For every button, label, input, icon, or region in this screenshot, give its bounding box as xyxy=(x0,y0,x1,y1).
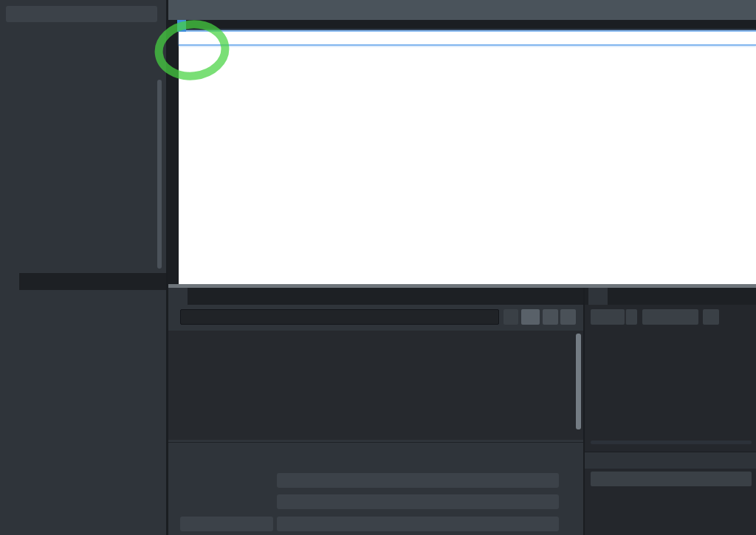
design-canvas-zone xyxy=(168,20,756,284)
tab-overview[interactable] xyxy=(0,273,19,290)
rule-card-partial xyxy=(591,441,752,444)
find-elements-input[interactable] xyxy=(180,309,499,325)
html-tabstrip xyxy=(168,288,583,305)
component-sidebar xyxy=(0,0,168,273)
force-state-button[interactable] xyxy=(642,309,698,325)
find-next-button[interactable] xyxy=(560,309,576,325)
styles-panel xyxy=(583,288,756,535)
create-style-dropdown[interactable] xyxy=(625,309,637,325)
search-input[interactable] xyxy=(6,6,157,22)
styles-tabstrip xyxy=(585,288,756,305)
code-scrollbar[interactable] xyxy=(576,334,581,429)
regex-button[interactable] xyxy=(504,309,518,325)
canvas-toolbar xyxy=(168,0,756,20)
page-canvas[interactable] xyxy=(179,30,756,284)
overview-panel xyxy=(0,273,168,535)
sidebar-scrollbar[interactable] xyxy=(157,80,162,269)
tab-html[interactable] xyxy=(168,288,188,305)
attribute-key-input[interactable] xyxy=(180,517,273,531)
element-toolbar xyxy=(177,20,186,32)
app-window xyxy=(0,0,756,535)
computed-section-header[interactable] xyxy=(585,452,756,469)
component-tree xyxy=(0,30,157,273)
find-rule-input[interactable] xyxy=(591,472,752,486)
match-case-button[interactable] xyxy=(521,309,540,325)
selected-paragraph[interactable] xyxy=(179,30,756,46)
class-names-input[interactable] xyxy=(277,494,559,509)
tab-styles[interactable] xyxy=(588,288,608,305)
divider xyxy=(168,442,583,443)
search-styles-button[interactable] xyxy=(703,309,719,325)
id-input[interactable] xyxy=(277,473,559,488)
attribute-value-input[interactable] xyxy=(277,517,559,531)
find-previous-button[interactable] xyxy=(543,309,558,325)
html-panel xyxy=(168,288,583,535)
overview-tabstrip xyxy=(0,273,166,290)
create-style-button[interactable] xyxy=(591,309,625,325)
dom-tree xyxy=(168,331,583,440)
